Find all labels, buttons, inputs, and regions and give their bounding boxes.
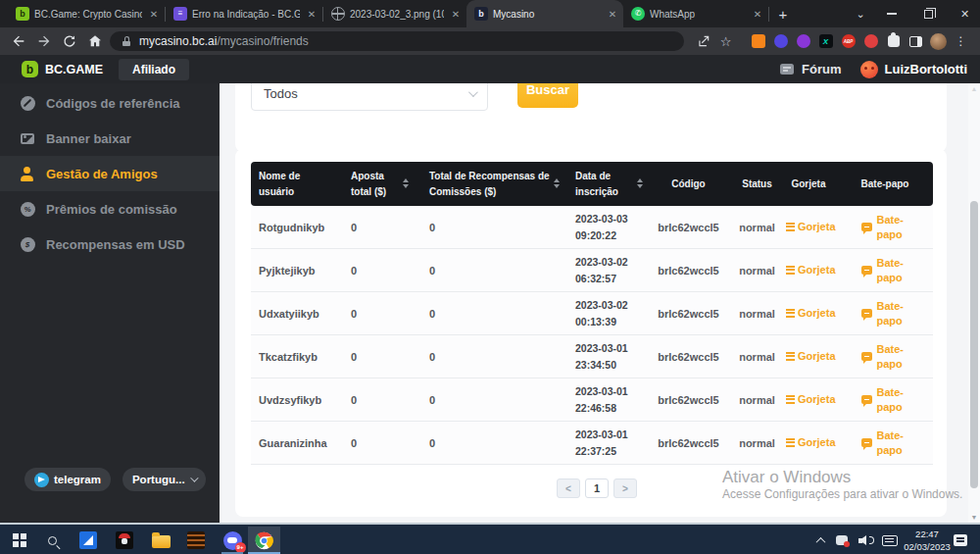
tab-close-icon[interactable]: ✕ [751,9,764,20]
tab-title: Mycasino [493,9,601,20]
chat-link[interactable]: Bate-papo [861,342,909,371]
current-page-button[interactable]: 1 [585,478,609,498]
browser-toolbar: mycasino.bc.ai/mycasino/friends ☆ X ABP … [0,27,980,55]
taskbar-file-explorer[interactable] [144,527,177,554]
sidebar-item-banner-download[interactable]: Banner baixar [0,121,220,156]
sidebar-item-usd-rewards[interactable]: $ Recompensas em USD [0,227,220,262]
browser-tab-active[interactable]: b Mycasino ✕ [466,0,623,27]
next-page-button[interactable]: > [613,478,637,498]
affiliate-tab[interactable]: Afiliado [119,59,189,80]
home-button[interactable] [82,27,108,55]
col-commission-rewards[interactable]: Total de Recompensas de Comissões ($) [421,162,566,206]
tab-close-icon[interactable]: ✕ [449,9,463,20]
image-favicon [331,7,345,21]
forward-button[interactable] [31,27,57,55]
sort-icon[interactable] [637,178,643,189]
browser-tab[interactable]: ✆ WhatsApp ✕ [623,0,768,27]
profile-avatar[interactable] [927,27,950,55]
bcgame-logo-icon: b [22,61,38,77]
sidebar-item-referral-codes[interactable]: Códigos de referência [0,85,220,121]
cell-code: brlc62wccl5 [647,378,730,422]
tab-close-icon[interactable]: ✕ [305,9,318,20]
page-scrollbar[interactable]: ▲ ▼ [968,83,980,523]
tray-keyboard-icon[interactable] [880,527,900,554]
scroll-up-icon[interactable]: ▲ [968,85,980,92]
cell-commission-rewards: 0 [421,378,566,422]
address-bar[interactable]: mycasino.bc.ai/mycasino/friends [110,31,684,51]
chat-link[interactable]: Bate-papo [861,428,909,457]
sidebar-item-friends-management[interactable]: Gestão de Amigos [0,156,220,191]
action-center-icon[interactable] [951,527,970,554]
scroll-down-icon[interactable]: ▼ [968,514,980,521]
x-extension-icon[interactable]: X [814,27,837,55]
bcgame-logo[interactable]: b BC.GAME [22,61,103,77]
friend-type-select[interactable]: Todos [251,83,488,111]
start-button[interactable] [3,527,36,554]
tab-search-chevron-icon[interactable]: ⌄ [844,0,877,27]
cell-status: normal [730,335,784,378]
taskbar-app-stack[interactable] [179,527,213,554]
table-row: Pyjktejikyb002023-03-0206:32:57brlc62wcc… [251,249,933,292]
browser-tab[interactable]: 2023-03-02_3.png (1024×76 ✕ [323,0,466,27]
wallet-extension-icon[interactable] [769,27,792,55]
tray-antivirus-icon[interactable] [833,527,851,554]
chat-link[interactable]: Bate-papo [861,299,909,327]
user-avatar[interactable] [860,61,878,78]
taskbar-search-icon[interactable] [35,527,69,554]
adblock-extension-icon[interactable]: ABP [837,27,859,55]
col-signup-date[interactable]: Data de inscrição [566,162,647,206]
scrollbar-thumb[interactable] [970,201,978,488]
tab-close-icon[interactable]: ✕ [147,9,161,20]
taskbar-chrome[interactable] [248,527,280,554]
prev-page-button[interactable]: < [557,478,580,498]
tray-expand-chevron[interactable] [811,527,829,554]
browser-tab[interactable]: ≡ Erro na Indicação - BC.Game ✕ [166,0,322,27]
username-label[interactable]: LuizBortolotti [885,62,967,76]
side-panel-icon[interactable] [905,27,927,55]
tip-link[interactable]: Gorjeta [786,221,836,232]
bookmark-star-icon[interactable]: ☆ [714,27,737,55]
site-logo-text: BC.GAME [45,63,103,76]
new-tab-button[interactable]: + [769,6,797,23]
tab-close-icon[interactable]: ✕ [606,9,619,20]
tip-link[interactable]: Gorjeta [786,264,836,276]
taskbar-discord[interactable]: 9+ [216,527,249,554]
tip-link[interactable]: Gorjeta [786,350,836,362]
chat-link[interactable]: Bate-papo [861,213,909,241]
sidebar-item-commission-rewards[interactable]: % Prêmios de comissão [0,191,220,227]
forum-link[interactable]: Fórum [802,62,841,76]
chat-link[interactable]: Bate-papo [861,256,909,284]
minimize-button[interactable] [877,0,906,27]
tip-link[interactable]: Gorjeta [786,436,836,448]
extensions-puzzle-icon[interactable] [882,27,905,55]
whatsapp-favicon: ✆ [631,7,645,21]
red-extension-icon[interactable] [859,27,882,55]
cell-bet-total: 0 [343,335,421,378]
taskbar-app-blue[interactable] [72,527,105,554]
reload-button[interactable] [57,27,82,55]
col-bet-total[interactable]: Aposta total ($) [343,162,421,206]
restore-button[interactable] [906,0,950,27]
tip-link[interactable]: Gorjeta [786,393,836,405]
tray-volume-icon[interactable] [857,527,876,554]
taskbar-app-game[interactable] [108,527,141,554]
lock-icon[interactable] [122,36,131,46]
cell-chat: Bate-papo [843,292,933,335]
language-selector[interactable]: Portugu... [122,468,206,491]
browser-menu-icon[interactable]: ⋮ [950,27,972,55]
share-icon[interactable] [692,27,714,55]
metamask-extension-icon[interactable] [747,27,769,55]
tip-link[interactable]: Gorjeta [786,307,836,319]
close-button[interactable]: ✕ [950,0,980,27]
back-button[interactable] [6,27,31,55]
browser-tab[interactable]: b BC.Game: Crypto Casino Gam ✕ [8,0,165,27]
taskbar-clock[interactable]: 22:4702/03/2023 [900,527,955,554]
cell-code: brlc62wccl5 [647,335,730,378]
telegram-button[interactable]: telegram [24,468,111,491]
sort-icon[interactable] [554,178,560,189]
sort-icon[interactable] [403,178,409,189]
chat-link[interactable]: Bate-papo [861,385,909,414]
search-button[interactable]: Buscar [517,83,578,108]
purple-extension-icon[interactable] [792,27,814,55]
cell-signup-date: 2023-03-0309:20:22 [566,206,647,249]
